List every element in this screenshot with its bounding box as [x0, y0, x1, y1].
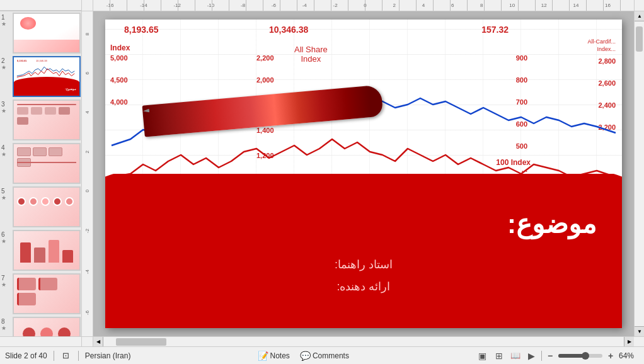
slide-thumb-4[interactable]: [13, 143, 81, 184]
slide-thumb-3[interactable]: [13, 100, 81, 140]
slide-num-5: 5: [1, 188, 5, 195]
language-label: Persian (Iran): [85, 351, 131, 360]
slide-thumb-1[interactable]: [13, 13, 81, 54]
slide-star-2: ★: [1, 64, 6, 71]
scroll-down-button[interactable]: ▼: [635, 326, 644, 336]
zoom-in-button[interactable]: +: [605, 350, 616, 361]
ruler-left: 8 6 4 2 0 -2 -4 -6: [82, 11, 93, 336]
chart-label-1: 8,193.65: [124, 25, 159, 35]
ruler-top: -16 -14 -12 -10 -8 -6 -4 -2 0 2 4 6 8 10…: [93, 0, 634, 11]
zoom-out-button[interactable]: −: [544, 350, 556, 361]
slide-thumb-7[interactable]: [13, 273, 81, 314]
teacher-text: استاد راهنما:: [335, 258, 393, 271]
status-bar: Slide 2 of 40 ⊡ Persian (Iran) 📝 Notes 💬…: [0, 346, 644, 364]
comments-button[interactable]: 💬 Comments: [297, 350, 352, 362]
main-slide: 8,193.65 10,346.38 157.32 All ShareIndex…: [105, 20, 622, 328]
slide-star-8: ★: [1, 325, 6, 331]
arabic-subject-text: موضوع:: [507, 208, 597, 239]
slide-star-5: ★: [1, 195, 6, 201]
notes-icon: 📝: [258, 351, 268, 361]
app-container: -16 -14 -12 -10 -8 -6 -4 -2 0 2 4 6 8 10…: [0, 0, 644, 364]
slide-star-1: ★: [1, 21, 6, 27]
notes-button[interactable]: 📝 Notes: [255, 350, 292, 362]
stock-chart-svg: [105, 51, 622, 202]
slide-num-2: 2: [1, 57, 5, 64]
slide-star-3: ★: [1, 108, 6, 114]
slide-canvas-area: 8,193.65 10,346.38 157.32 All ShareIndex…: [93, 11, 634, 336]
scroll-left-button[interactable]: ◀: [93, 337, 103, 347]
slide-count: Slide 2 of 40: [5, 351, 47, 360]
slide-panel-sidebar: 1 ★ 2 ★ 8,193.65: [0, 11, 82, 336]
slide-star-6: ★: [1, 238, 6, 244]
slide-num-4: 4: [1, 144, 5, 151]
slide-thumb-5[interactable]: [13, 186, 81, 227]
slide-star-7: ★: [1, 282, 6, 288]
slide-num-1: 1: [1, 14, 5, 21]
slide-thumb-2[interactable]: 8,193.65 10,346.38 موضوع:: [13, 56, 81, 97]
scroll-right-button[interactable]: ▶: [624, 337, 634, 347]
scroll-up-button[interactable]: ▲: [635, 11, 644, 21]
reading-view-button[interactable]: 📖: [509, 350, 522, 362]
slide-num-8: 8: [1, 318, 5, 325]
slide-star-4: ★: [1, 151, 6, 157]
slide-show-button[interactable]: ▶: [525, 350, 539, 362]
chart-label-3: 157.32: [481, 25, 509, 35]
normal-view-button[interactable]: ▣: [476, 350, 490, 362]
presenter-text: ارائه دهنده:: [336, 280, 390, 293]
chart-label-2: 10,346.38: [269, 25, 308, 35]
slide-sorter-button[interactable]: ⊞: [492, 350, 506, 362]
slide-num-6: 6: [1, 231, 5, 238]
slide-thumb-6[interactable]: [13, 230, 81, 271]
slide-num-7: 7: [1, 275, 5, 282]
horizontal-scrollbar[interactable]: ◀ ▶: [93, 337, 634, 346]
zoom-slider[interactable]: [558, 354, 602, 358]
slide-thumb-8[interactable]: [13, 317, 81, 336]
slide-num-3: 3: [1, 101, 5, 108]
comments-icon: 💬: [300, 351, 311, 361]
right-scrollbar: ▲ ▼: [634, 11, 644, 336]
zoom-level: 64%: [619, 351, 639, 360]
accessibility-icon[interactable]: ⊡: [60, 350, 72, 361]
